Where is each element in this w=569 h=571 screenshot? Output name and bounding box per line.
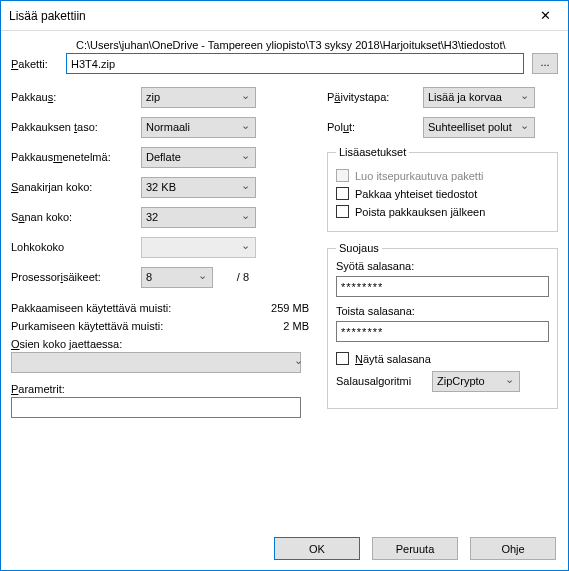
pwd2-label: Toista salasana: — [336, 305, 549, 317]
help-button[interactable]: Ohje — [470, 537, 556, 560]
close-button[interactable]: ✕ — [523, 1, 568, 31]
mem-unpack-value: 2 MB — [283, 320, 309, 332]
params-input[interactable] — [11, 397, 301, 418]
format-label: Pakkaus: — [11, 91, 141, 103]
sfx-label: Luo itsepurkautuva paketti — [355, 170, 483, 182]
dict-label: Sanakirjan koko: — [11, 181, 141, 193]
options-legend: Lisäasetukset — [336, 146, 409, 158]
sfx-checkbox — [336, 169, 349, 182]
left-column: Pakkaus: zip Pakkauksen taso: Normaali P… — [11, 86, 309, 419]
mem-unpack-label: Purkamiseen käytettävä muisti: — [11, 320, 163, 332]
ok-button[interactable]: OK — [274, 537, 360, 560]
dialog-window: Lisää pakettiin ✕ C:\Users\juhan\OneDriv… — [0, 0, 569, 571]
delete-label: Poista pakkauksen jälkeen — [355, 206, 485, 218]
encryption-legend: Suojaus — [336, 242, 382, 254]
footer-buttons: OK Peruuta Ohje — [274, 537, 556, 560]
pwd1-label: Syötä salasana: — [336, 260, 549, 272]
level-label: Pakkauksen taso: — [11, 121, 141, 133]
password-confirm-input[interactable] — [336, 321, 549, 342]
method-label: Pakkausmenetelmä: — [11, 151, 141, 163]
content-area: C:\Users\juhan\OneDrive - Tampereen ylio… — [1, 31, 568, 427]
showpwd-checkbox[interactable] — [336, 352, 349, 365]
archive-label: Paketti: — [11, 58, 66, 70]
algo-select[interactable]: ZipCrypto — [432, 371, 520, 392]
block-label: Lohkokoko — [11, 241, 141, 253]
archive-path-dir: C:\Users\juhan\OneDrive - Tampereen ylio… — [76, 39, 558, 51]
update-label: Päivitystapa: — [327, 91, 423, 103]
threads-select[interactable]: 8 — [141, 267, 213, 288]
split-label: Osien koko jaettaessa: — [11, 338, 309, 350]
word-select[interactable]: 32 — [141, 207, 256, 228]
delete-row[interactable]: Poista pakkauksen jälkeen — [336, 205, 549, 218]
method-select[interactable]: Deflate — [141, 147, 256, 168]
shared-row[interactable]: Pakkaa yhteiset tiedostot — [336, 187, 549, 200]
threads-total: / 8 — [219, 271, 249, 283]
update-select[interactable]: Lisää ja korvaa — [423, 87, 535, 108]
cancel-button[interactable]: Peruuta — [372, 537, 458, 560]
params-label: Parametrit: — [11, 383, 309, 395]
algo-label: Salausalgoritmi — [336, 375, 432, 387]
archive-path-input[interactable] — [66, 53, 524, 74]
mem-pack-value: 259 MB — [271, 302, 309, 314]
block-select — [141, 237, 256, 258]
delete-checkbox[interactable] — [336, 205, 349, 218]
encryption-group: Suojaus Syötä salasana: Toista salasana:… — [327, 242, 558, 409]
dict-select[interactable]: 32 KB — [141, 177, 256, 198]
password-input[interactable] — [336, 276, 549, 297]
paths-label: Polut: — [327, 121, 423, 133]
showpwd-row[interactable]: Näytä salasana — [336, 352, 549, 365]
mem-pack-label: Pakkaamiseen käytettävä muisti: — [11, 302, 171, 314]
threads-label: Prosessorisäikeet: — [11, 271, 141, 283]
titlebar: Lisää pakettiin ✕ — [1, 1, 568, 31]
sfx-row: Luo itsepurkautuva paketti — [336, 169, 549, 182]
options-group: Lisäasetukset Luo itsepurkautuva paketti… — [327, 146, 558, 232]
window-title: Lisää pakettiin — [9, 9, 86, 23]
right-column: Päivitystapa: Lisää ja korvaa Polut: Suh… — [327, 86, 558, 419]
showpwd-label: Näytä salasana — [355, 353, 431, 365]
level-select[interactable]: Normaali — [141, 117, 256, 138]
format-select[interactable]: zip — [141, 87, 256, 108]
shared-checkbox[interactable] — [336, 187, 349, 200]
paths-select[interactable]: Suhteelliset polut — [423, 117, 535, 138]
split-select[interactable] — [11, 352, 301, 373]
shared-label: Pakkaa yhteiset tiedostot — [355, 188, 477, 200]
word-label: Sanan koko: — [11, 211, 141, 223]
browse-button[interactable]: ... — [532, 53, 558, 74]
